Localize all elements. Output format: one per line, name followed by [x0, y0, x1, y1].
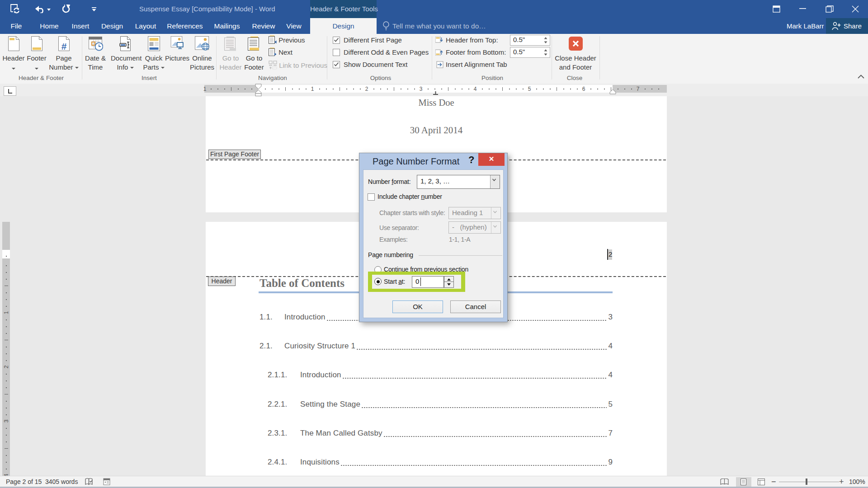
svg-text:#: # [61, 41, 66, 51]
